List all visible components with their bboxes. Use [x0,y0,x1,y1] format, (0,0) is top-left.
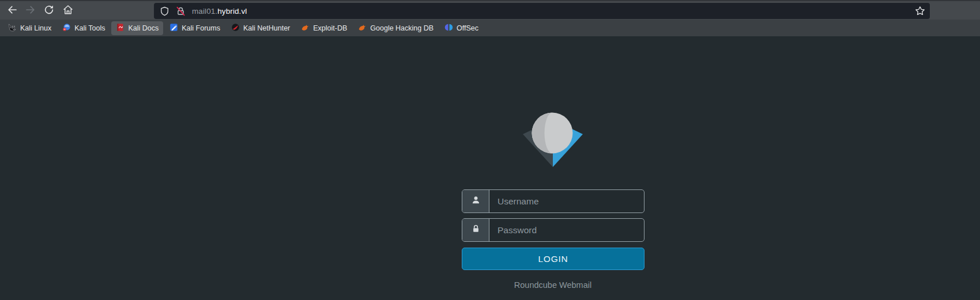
padlock-icon [471,224,481,236]
back-button[interactable] [4,3,20,19]
roundcube-login-page: LOGIN Roundcube Webmail [0,36,980,300]
refresh-icon [43,4,55,18]
bookmark-star-icon[interactable] [915,6,925,16]
bookmark-kali-forums[interactable]: Kali Forums [165,21,225,35]
bookmark-label: Google Hacking DB [370,24,434,32]
insecure-lock-strikethrough-icon[interactable] [176,6,186,16]
browser-toolbar: mail01.hybrid.vl [0,0,980,20]
kali-tools-favicon [62,23,71,33]
back-arrow-icon [6,4,18,18]
kali-forums-favicon [169,23,178,33]
tracking-protection-shield-icon[interactable] [160,6,169,16]
bookmark-label: Kali Forums [182,24,220,32]
bookmark-label: Exploit-DB [313,24,347,32]
username-input[interactable] [489,190,644,212]
bookmark-exploit-db[interactable]: Exploit-DB [296,21,352,35]
url-domain: hybrid.vl [217,7,247,16]
password-addon [462,219,489,241]
kali-docs-favicon [116,23,125,33]
url-text: mail01.hybrid.vl [192,7,247,16]
bookmark-label: Kali Linux [20,24,51,32]
refresh-button[interactable] [41,3,57,19]
bookmark-label: Kali Docs [128,24,159,32]
password-input[interactable] [489,219,644,241]
roundcube-logo [523,112,583,170]
google-hacking-db-bird-favicon [358,23,367,33]
home-button[interactable] [60,3,76,19]
kali-nethunter-favicon [231,23,240,33]
url-subdomain: mail01. [192,7,217,16]
webmail-footer-label: Roundcube Webmail [514,280,591,290]
bookmark-offsec[interactable]: OffSec [440,21,483,35]
login-button[interactable]: LOGIN [462,248,644,270]
bookmark-google-hacking-db[interactable]: Google Hacking DB [353,21,438,35]
forward-arrow-icon [25,4,36,18]
bookmark-label: OffSec [457,24,478,32]
username-addon [462,190,489,212]
bookmark-label: Kali NetHunter [243,24,290,32]
home-icon [62,4,74,18]
forward-button[interactable] [22,3,39,19]
exploit-db-bird-favicon [301,23,310,33]
bookmark-label: Kali Tools [74,24,105,32]
bookmarks-toolbar: Kali Linux Kali Tools Kali Docs Kali For… [0,20,980,36]
bookmark-kali-tools[interactable]: Kali Tools [58,21,110,35]
offsec-favicon [444,23,453,33]
bookmark-kali-docs[interactable]: Kali Docs [111,21,163,35]
kali-linux-favicon [8,23,17,33]
url-bar[interactable]: mail01.hybrid.vl [154,3,930,19]
username-field [462,189,644,213]
bookmark-kali-nethunter[interactable]: Kali NetHunter [227,21,295,35]
bookmark-kali-linux[interactable]: Kali Linux [3,21,56,35]
user-icon [470,195,481,208]
password-field [462,218,644,242]
